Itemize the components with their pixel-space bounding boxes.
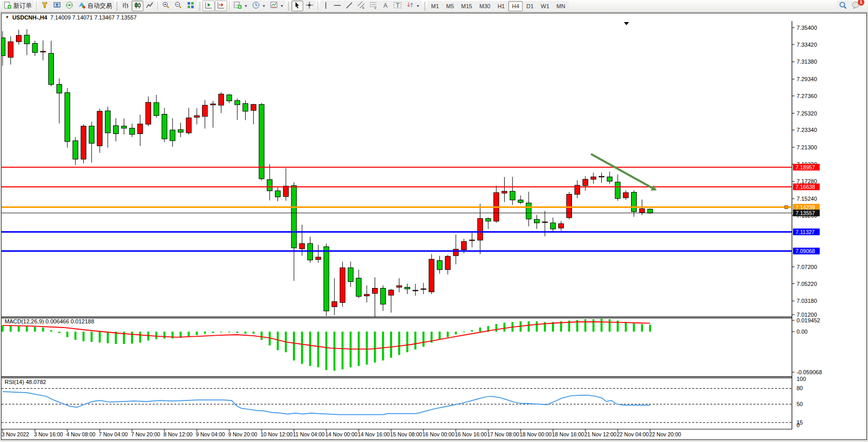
crosshair-button[interactable]	[303, 1, 316, 11]
candle-body	[534, 219, 540, 223]
price-badge-label: 7.18957	[796, 164, 815, 170]
vertical-line-icon	[322, 2, 329, 11]
zoom-out-icon	[174, 1, 182, 11]
window-menu-icon[interactable]: ▼	[5, 15, 9, 20]
candle-body	[397, 286, 402, 287]
tile-windows-icon	[187, 1, 195, 11]
y-axis-label: 7.35400	[797, 25, 817, 31]
candle-body	[121, 126, 126, 128]
zoom-in-button[interactable]	[160, 1, 172, 11]
price-badges: 7.189577.166387.142397.135577.113277.090…	[793, 164, 820, 254]
candle-body	[283, 186, 288, 197]
bar-chart-icon	[122, 2, 130, 11]
separator	[229, 2, 230, 11]
timeframe-mn[interactable]: MN	[553, 1, 569, 11]
candle-body	[24, 35, 29, 44]
equidistant-channel-button[interactable]: E	[355, 1, 367, 11]
x-axis-label: 22 Nov 04:00	[617, 431, 649, 437]
candle-body	[170, 130, 175, 141]
candle-body	[373, 288, 378, 293]
search-button[interactable]	[837, 1, 849, 11]
candle-body	[227, 95, 232, 101]
price-badge-label: 7.13557	[796, 210, 815, 216]
candle-body	[461, 241, 467, 249]
timeframe-m1[interactable]: M1	[428, 1, 442, 11]
arrow-annotation[interactable]	[591, 154, 657, 190]
auto-scroll-button[interactable]	[202, 1, 215, 11]
x-axis-label: 14 Nov 16:00	[358, 431, 390, 437]
zoom-out-button[interactable]	[172, 1, 184, 11]
market-watch-button[interactable]	[39, 1, 51, 11]
candle-body	[218, 94, 224, 105]
signals-button[interactable]	[63, 1, 76, 11]
signals-icon	[65, 1, 73, 11]
text-tool-button[interactable]: A	[380, 1, 391, 11]
x-axis-label: 17 Nov 08:00	[487, 431, 520, 437]
candle-body	[2, 38, 5, 56]
x-axis-label: 7 Nov 20:00	[131, 431, 160, 437]
y-axis-label: 7.27360	[797, 93, 817, 99]
toolbar-drag-handle[interactable]	[424, 2, 426, 10]
x-axis-label: 18 Nov 16:00	[552, 431, 584, 437]
notifications-button[interactable]: 1	[849, 1, 863, 11]
search-icon	[839, 1, 847, 11]
svg-text:T: T	[396, 2, 399, 8]
candle-body	[291, 186, 297, 248]
candle-body	[89, 126, 94, 144]
periods-button[interactable]: ▼	[250, 1, 268, 11]
new-chart-button[interactable]: ▼	[232, 1, 250, 11]
candle-body	[57, 85, 62, 93]
y-axis-label: 7.25320	[797, 110, 817, 117]
tile-windows-button[interactable]	[184, 1, 197, 11]
toolbar-drag-handle[interactable]	[288, 2, 289, 10]
candle-body	[470, 240, 475, 240]
autotrade-button[interactable]: 自动交易	[76, 1, 114, 11]
data-window-button[interactable]	[51, 1, 63, 11]
candle-body	[591, 177, 596, 180]
chart-shift-icon	[217, 1, 225, 11]
fibonacci-icon: F	[370, 1, 378, 11]
macd-scale-label: 0.019452	[797, 317, 820, 323]
candle-body	[105, 111, 110, 133]
candle-body	[364, 294, 370, 296]
candlestick-chart-button[interactable]	[132, 1, 143, 11]
shift-marker-icon	[624, 22, 629, 25]
y-axis-label: 7.05220	[797, 281, 817, 287]
bar-chart-button[interactable]	[120, 1, 132, 11]
timeframe-d1[interactable]: D1	[523, 1, 537, 11]
text-label-button[interactable]: T	[391, 1, 404, 11]
candle-body	[138, 124, 143, 134]
timeframe-w1[interactable]: W1	[537, 1, 553, 11]
horizontal-line-button[interactable]	[331, 1, 343, 11]
timeframe-m30[interactable]: M30	[476, 1, 494, 11]
candle-body	[421, 289, 426, 289]
line-chart-button[interactable]	[143, 1, 155, 11]
templates-button[interactable]: ▼	[268, 1, 286, 11]
arrows-tool-button[interactable]: ▼	[404, 1, 422, 11]
trendline-button[interactable]	[343, 1, 355, 11]
templates-icon	[270, 1, 278, 11]
timeframe-h4[interactable]: H4	[508, 1, 523, 11]
candle-body	[202, 105, 208, 117]
chart-shift-button[interactable]	[215, 1, 227, 11]
toolbar-drag-handle[interactable]	[116, 2, 118, 10]
toolbar: 新订单 自动交易	[0, 0, 868, 12]
candle-body	[81, 126, 86, 159]
rsi-scale-label: 100	[797, 376, 806, 382]
fibonacci-button[interactable]: F	[367, 1, 380, 11]
candle-body	[41, 51, 46, 52]
cursor-button[interactable]	[291, 1, 303, 11]
line-chart-icon	[145, 2, 153, 11]
candle-body	[316, 257, 321, 260]
toolbar-drag-handle[interactable]	[199, 2, 200, 10]
chart-canvas[interactable]: 7.354007.334207.313807.293407.273607.253…	[2, 21, 866, 438]
svg-text:A: A	[383, 2, 387, 9]
vertical-line-button[interactable]	[320, 1, 331, 11]
price-badge-label: 7.14239	[796, 204, 815, 210]
timeframe-h1[interactable]: H1	[494, 1, 508, 11]
clock-icon	[252, 1, 260, 11]
candle-body	[623, 193, 629, 198]
timeframe-m5[interactable]: M5	[442, 1, 457, 11]
new-order-button[interactable]: 新订单	[2, 1, 34, 11]
timeframe-m15[interactable]: M15	[457, 1, 475, 11]
